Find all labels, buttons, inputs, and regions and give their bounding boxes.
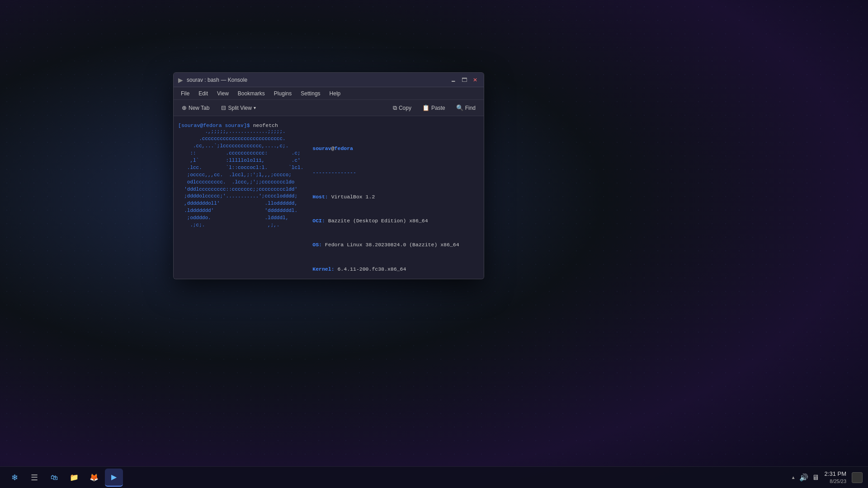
firefox-taskbar-icon[interactable]: 🦊: [85, 469, 103, 487]
taskbar: ❄ ☰ 🛍 📁 🦊 ▶ ▲ 🔊 🖥 2:31 PM 8/25/23: [0, 466, 868, 488]
maximize-button[interactable]: 🗖: [460, 76, 468, 84]
neofetch-hostname: fedora: [335, 145, 353, 151]
value-host: VirtualBox 1.2: [331, 194, 375, 200]
close-button[interactable]: ✕: [471, 76, 479, 84]
display-icon[interactable]: 🖥: [812, 474, 819, 482]
split-view-chevron-icon: ▾: [254, 105, 256, 110]
label-os: OS:: [312, 242, 325, 248]
konsole-title-icon: ▶: [178, 76, 183, 84]
value-oci: Bazzite (Desktop Edition) x86_64: [328, 218, 428, 224]
menu-view[interactable]: View: [213, 89, 232, 98]
menu-bookmarks[interactable]: Bookmarks: [234, 89, 269, 98]
command-line: [sourav@fedora sourav]$ neofetch: [178, 122, 479, 128]
label-kernel: Kernel:: [312, 266, 337, 272]
find-icon: 🔍: [456, 104, 463, 111]
title-bar: ▶ sourav : bash — Konsole 🗕 🗖 ✕: [174, 73, 484, 87]
value-os: Fedora Linux 38.20230824.0 (Bazzite) x86…: [325, 242, 459, 248]
copy-button[interactable]: ⧉ Copy: [388, 103, 416, 113]
split-view-button[interactable]: ⊟ Split View ▾: [217, 103, 260, 113]
neofetch-ascii-art: .,;;;;;,.............;;;;;. .ccccccccccc…: [178, 128, 303, 279]
paste-icon: 📋: [422, 104, 429, 111]
find-button[interactable]: 🔍 Find: [452, 103, 480, 113]
neofetch-separator: --------------: [312, 169, 356, 175]
konsole-window: ▶ sourav : bash — Konsole 🗕 🗖 ✕ File Edi…: [173, 72, 484, 279]
minimize-button[interactable]: 🗕: [449, 76, 458, 84]
expand-tray-icon[interactable]: ▲: [791, 475, 796, 480]
command-text: neofetch: [253, 122, 278, 128]
clock-time: 2:31 PM: [825, 470, 846, 478]
paste-button[interactable]: 📋 Paste: [418, 103, 450, 113]
system-tray: ▲ 🔊 🖥: [791, 473, 819, 482]
window-title: sourav : bash — Konsole: [187, 77, 247, 83]
neofetch-output: .,;;;;;,.............;;;;;. .ccccccccccc…: [178, 128, 479, 279]
value-kernel: 6.4.11-200.fc38.x86_64: [337, 266, 406, 272]
clock-date: 8/25/23: [825, 478, 846, 484]
split-view-icon: ⊟: [221, 104, 226, 111]
volume-icon[interactable]: 🔊: [799, 473, 808, 482]
copy-icon: ⧉: [393, 104, 397, 112]
command-prompt-user: [sourav@fedora sourav]$: [178, 122, 250, 128]
menu-settings[interactable]: Settings: [297, 89, 324, 98]
split-view-label: Split View: [228, 105, 251, 111]
toolbar: ⊕ New Tab ⊟ Split View ▾ ⧉ Copy 📋 Paste: [174, 100, 484, 116]
label-oci: OCI:: [312, 218, 328, 224]
find-label: Find: [465, 105, 476, 111]
copy-label: Copy: [399, 105, 411, 111]
paste-label: Paste: [431, 105, 445, 111]
title-bar-left: ▶ sourav : bash — Konsole: [178, 76, 247, 84]
title-bar-controls: 🗕 🗖 ✕: [449, 76, 479, 84]
menu-plugins[interactable]: Plugins: [270, 89, 295, 98]
discover-taskbar-icon[interactable]: 🛍: [45, 469, 63, 487]
new-tab-button[interactable]: ⊕ New Tab: [177, 103, 214, 113]
taskbar-right: ▲ 🔊 🖥 2:31 PM 8/25/23: [791, 470, 863, 484]
neofetch-info-panel: sourav@fedora -------------- Host: Virtu…: [312, 128, 479, 279]
menu-edit[interactable]: Edit: [195, 89, 212, 98]
konsole-taskbar-icon[interactable]: ▶: [105, 469, 123, 487]
label-host: Host:: [312, 194, 331, 200]
desktop: ▶ sourav : bash — Konsole 🗕 🗖 ✕ File Edi…: [0, 0, 868, 488]
show-desktop-button[interactable]: [852, 472, 863, 483]
menu-bar: File Edit View Bookmarks Plugins Setting…: [174, 87, 484, 100]
neofetch-username: sourav: [312, 145, 331, 151]
menu-help[interactable]: Help: [326, 89, 344, 98]
dolphin-taskbar-icon[interactable]: 📁: [65, 469, 83, 487]
kde-menu-icon[interactable]: ❄: [5, 469, 24, 487]
new-tab-icon: ⊕: [182, 104, 187, 111]
new-tab-label: New Tab: [189, 105, 209, 111]
task-manager-icon[interactable]: ☰: [25, 469, 43, 487]
system-clock[interactable]: 2:31 PM 8/25/23: [825, 470, 846, 484]
menu-file[interactable]: File: [177, 89, 193, 98]
terminal-content[interactable]: [sourav@fedora sourav]$ neofetch .,;;;;;…: [174, 116, 484, 279]
taskbar-left: ❄ ☰ 🛍 📁 🦊 ▶: [5, 469, 123, 487]
toolbar-right: ⧉ Copy 📋 Paste 🔍 Find: [388, 103, 480, 113]
